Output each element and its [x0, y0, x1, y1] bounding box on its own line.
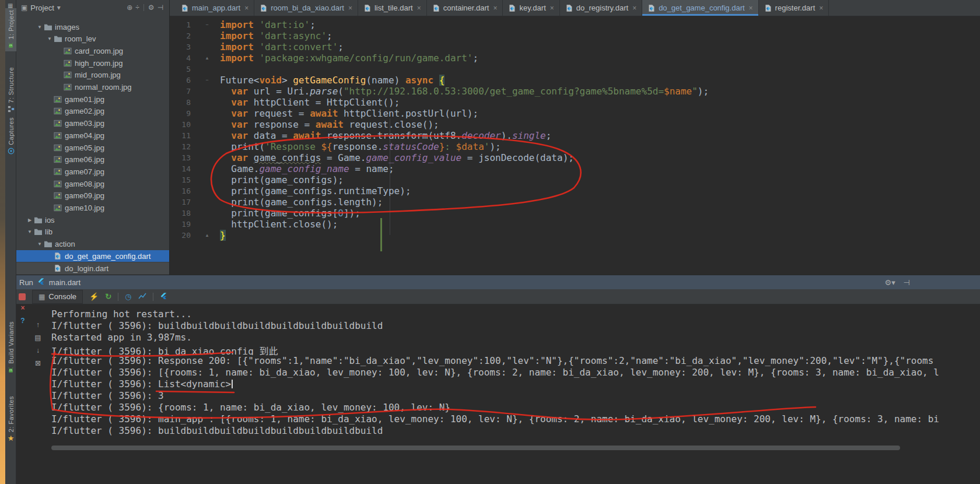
stripe-item-1-project[interactable]: 1: Project	[5, 8, 16, 51]
close-icon[interactable]: ×	[749, 4, 753, 12]
tree-item-room_lev[interactable]: ▼room_lev	[16, 33, 169, 45]
performance-chart-icon[interactable]	[138, 292, 146, 301]
tab-do_registry-dart[interactable]: do_registry.dart×	[560, 0, 642, 16]
tree-item-game10-jpg[interactable]: game10.jpg	[16, 202, 169, 214]
close-icon[interactable]: ×	[244, 4, 249, 12]
fold-marker-icon[interactable]: −	[202, 75, 212, 86]
code-line[interactable]: import 'dart:async';	[220, 30, 332, 41]
tree-item-do_get_game_config-dart[interactable]: do_get_game_config.dart	[16, 250, 169, 262]
code-token: }	[220, 230, 226, 241]
close-icon[interactable]: ×	[18, 304, 28, 312]
code-line[interactable]: Game.game_config_name = name;	[220, 163, 394, 174]
gear-icon[interactable]: ⚙▾	[884, 278, 895, 287]
code-line[interactable]: }	[220, 230, 226, 241]
code-line[interactable]: print(game_configs);	[220, 174, 344, 185]
tree-item-game05-jpg[interactable]: game05.jpg	[16, 142, 169, 153]
stripe-item-build-variants[interactable]: Build Variants	[5, 320, 16, 376]
code-line[interactable]: print(game_configs[0]);	[220, 208, 360, 219]
tree-down-icon[interactable]: ▼	[46, 36, 54, 41]
close-icon[interactable]: ×	[550, 4, 554, 12]
scroll-up-icon[interactable]: ↑	[33, 321, 43, 329]
tree-item-lib[interactable]: ▼lib	[16, 226, 169, 238]
code-line[interactable]: print('Response ${response.statusCode}: …	[220, 141, 501, 152]
chevron-down-icon[interactable]: ▾	[57, 4, 61, 11]
code-line[interactable]: var response = await request.close();	[220, 119, 439, 130]
tab-console[interactable]: ▦ Console	[32, 290, 83, 304]
hot-restart-icon[interactable]: ↻	[105, 293, 111, 300]
code-line[interactable]: print(game_configs.runtimeType);	[220, 185, 411, 197]
gear-icon[interactable]: ⚙	[148, 4, 155, 11]
code-line[interactable]: import 'package:xwhgame/config/run/game.…	[220, 52, 478, 64]
tree-item-do_login-dart[interactable]: do_login.dart	[16, 262, 169, 274]
stripe-item-captures[interactable]: Captures	[5, 115, 16, 157]
code-line[interactable]: import 'dart:io';	[220, 19, 316, 30]
tree-down-icon[interactable]: ▼	[26, 229, 34, 234]
code-line[interactable]: import 'dart:convert';	[220, 41, 344, 52]
code-line[interactable]: httpClient.close();	[220, 219, 338, 230]
code-line[interactable]: var httpClient = HttpClient();	[220, 97, 400, 108]
tree-item-game01-jpg[interactable]: game01.jpg	[16, 93, 169, 105]
dart-file-icon	[54, 264, 64, 273]
tree-item-game07-jpg[interactable]: game07.jpg	[16, 166, 169, 177]
code-editor[interactable]: 1−import 'dart:io';2import 'dart:async';…	[170, 16, 980, 275]
close-icon[interactable]: ×	[493, 4, 497, 12]
tree-item-game04-jpg[interactable]: game04.jpg	[16, 129, 169, 141]
tree-item-images[interactable]: ▼images	[16, 21, 169, 33]
tree-down-icon[interactable]: ▼	[36, 241, 44, 247]
soft-wrap-icon[interactable]: ▤	[33, 334, 43, 342]
code-line[interactable]: print(game_configs.length);	[220, 197, 383, 208]
code-line[interactable]: var game_configs = Game.game_config_valu…	[220, 152, 574, 163]
tree-item-label: game06.jpg	[65, 155, 104, 164]
close-icon[interactable]: ×	[348, 4, 352, 12]
tree-right-icon[interactable]: ▶	[26, 218, 34, 223]
fold-marker-icon[interactable]: ▴	[202, 52, 212, 64]
tree-item-action[interactable]: ▼action	[16, 239, 169, 250]
tree-down-icon[interactable]: ▼	[36, 24, 44, 30]
locate-icon[interactable]: ⊕	[127, 4, 132, 11]
tab-list_tile-dart[interactable]: list_tile.dart×	[358, 0, 427, 16]
close-icon[interactable]: ×	[819, 4, 823, 12]
scroll-down-icon[interactable]: ↓	[33, 346, 43, 355]
tree-item-card_room-jpg[interactable]: card_room.jpg	[16, 45, 169, 57]
code-line[interactable]: var url = Uri.parse("http://192.168.0.53…	[220, 86, 709, 97]
code-line[interactable]: var data = await response.transform(utf8…	[220, 130, 551, 141]
tab-do_get_game_config-dart[interactable]: do_get_game_config.dart×	[642, 0, 758, 16]
tree-item-mid_room-jpg[interactable]: mid_room.jpg	[16, 69, 169, 81]
fold-marker-icon[interactable]: ▴	[202, 230, 212, 241]
code-token: '	[484, 141, 490, 152]
help-icon[interactable]: ?	[18, 317, 28, 325]
collapse-all-icon[interactable]: ÷	[135, 4, 139, 11]
tree-item-game03-jpg[interactable]: game03.jpg	[16, 118, 169, 129]
stripe-item-7-structure[interactable]: 7: Structure	[5, 65, 16, 115]
flutter-devtools-icon[interactable]	[160, 292, 167, 301]
close-icon[interactable]: ×	[632, 4, 636, 12]
tab-register-dart[interactable]: register.dart×	[759, 0, 830, 16]
clear-icon[interactable]: ⊠	[33, 359, 43, 367]
stripe-item-2-favorites[interactable]: 2: Favorites★	[5, 394, 16, 444]
tab-container-dart[interactable]: container.dart×	[427, 0, 503, 16]
tab-room_bi_da_xiao-dart[interactable]: room_bi_da_xiao.dart×	[254, 0, 358, 16]
tree-item-game09-jpg[interactable]: game09.jpg	[16, 190, 169, 202]
fold-marker-icon[interactable]: −	[202, 19, 212, 30]
image-file-icon	[64, 47, 74, 55]
code-token: decoder	[461, 130, 501, 141]
close-icon[interactable]: ×	[417, 4, 421, 12]
tree-item-game08-jpg[interactable]: game08.jpg	[16, 178, 169, 190]
hot-reload-icon[interactable]: ⚡	[89, 293, 99, 300]
tree-item-game06-jpg[interactable]: game06.jpg	[16, 154, 169, 166]
console-output[interactable]: Performing hot restart...I/flutter ( 359…	[51, 308, 980, 437]
stop-icon[interactable]	[19, 293, 26, 300]
tree-item-normal_room-jpg[interactable]: normal_room.jpg	[16, 82, 169, 93]
code-line[interactable]: var request = await httpClient.postUrl(u…	[220, 108, 478, 119]
code-line[interactable]: Future<void> getGameConfig(name) async {	[220, 75, 444, 86]
tree-item-ios[interactable]: ▶ios	[16, 214, 169, 226]
console-h-scrollbar[interactable]	[51, 446, 900, 450]
timeline-icon[interactable]: ◷	[125, 293, 131, 300]
hide-panel-icon[interactable]: ⊣	[904, 278, 910, 287]
tab-label: register.dart	[775, 3, 816, 12]
hide-panel-icon[interactable]: ⊣	[158, 4, 163, 11]
tree-item-game02-jpg[interactable]: game02.jpg	[16, 106, 169, 117]
tab-key-dart[interactable]: key.dart×	[503, 0, 559, 16]
tree-item-high_room-jpg[interactable]: high_room.jpg	[16, 57, 169, 69]
tab-main_app-dart[interactable]: main_app.dart×	[176, 0, 254, 16]
